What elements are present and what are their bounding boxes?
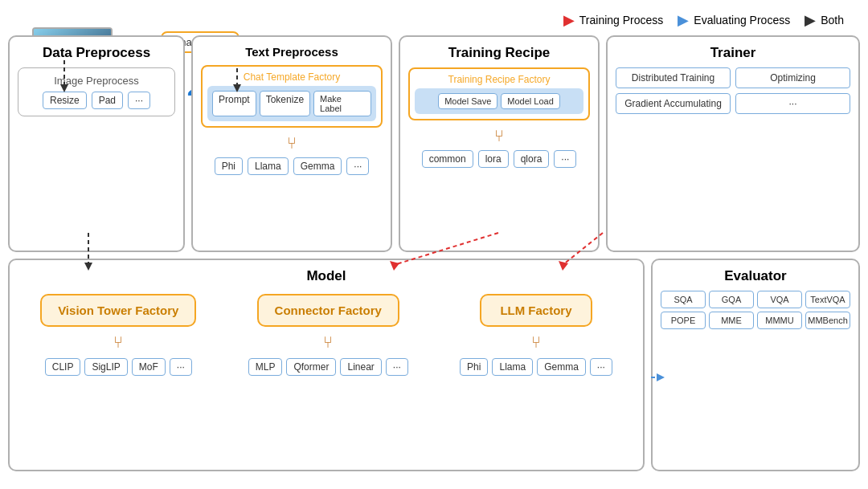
chip-more-recipe: ···	[554, 150, 576, 168]
data-preprocess-box: Data Preprocess Image Preprocess Resize …	[8, 35, 185, 252]
trainer-cell-2: Gradient Accumulating	[616, 93, 731, 114]
chip-more-connector: ···	[386, 358, 408, 376]
eval-chip-textvqa: TextVQA	[805, 291, 850, 308]
training-recipe-box: Training Recipe Training Recipe Factory …	[399, 35, 600, 252]
both-arrow-icon: ▶	[805, 11, 816, 29]
tree-icon-connector: ⑂	[323, 333, 333, 352]
chat-template-inner: Prompt Tokenize Make Label	[207, 86, 376, 121]
chip-mof: MoF	[132, 358, 166, 376]
training-recipe-factory-title: Training Recipe Factory	[415, 74, 583, 85]
eval-chip-sqa: SQA	[661, 291, 706, 308]
text-preprocess-title: Text Preprocess	[201, 45, 383, 59]
legend-evaluating: ▶ Evaluating Process	[678, 11, 790, 29]
model-section-box: Model Vision Tower Factory ⑂ CLIP SigLIP…	[8, 259, 645, 471]
tree-icon-llm: ⑂	[531, 333, 541, 352]
eval-chip-gqa: GQA	[709, 291, 754, 308]
eval-chip-mmbench: MMBench	[805, 312, 850, 329]
legend-training: ▶ Training Process	[563, 11, 664, 29]
evaluator-title: Evaluator	[661, 268, 850, 284]
chip-phi: Phi	[215, 157, 243, 175]
evaluating-arrow-icon: ▶	[678, 11, 689, 29]
connector-factory: Connector Factory	[257, 294, 399, 327]
chip-qformer: Qformer	[286, 358, 336, 376]
chip-mlp: MLP	[248, 358, 283, 376]
bottom-row: Model Vision Tower Factory ⑂ CLIP SigLIP…	[8, 259, 860, 471]
chip-llama-llm: Llama	[492, 358, 533, 376]
chip-clip: CLIP	[45, 358, 81, 376]
chip-more-text: ···	[346, 157, 369, 175]
tree-icon-vision: ⑂	[113, 333, 123, 352]
both-label: Both	[821, 14, 844, 26]
eval-chip-mmmu: MMMU	[757, 312, 802, 329]
chip-model-save: Model Save	[438, 93, 497, 109]
eval-grid-row1: SQA GQA VQA TextVQA	[661, 291, 850, 308]
chip-prompt: Prompt	[212, 91, 256, 116]
llm-factory: LLM Factory	[480, 294, 592, 327]
model-inner: Vision Tower Factory ⑂ CLIP SigLIP MoF ·…	[18, 291, 635, 462]
training-recipe-inner: Model Save Model Load	[415, 88, 583, 114]
legend: ▶ Training Process ▶ Evaluating Process …	[8, 8, 860, 29]
connector-group: Connector Factory ⑂ MLP Qformer Linear ·…	[248, 294, 408, 376]
llm-group: LLM Factory ⑂ Phi Llama Gemma ···	[460, 294, 612, 376]
chip-pad: Pad	[92, 92, 123, 109]
chip-tokenize: Tokenize	[260, 91, 310, 116]
image-preprocess-chips: Resize Pad ···	[25, 92, 168, 109]
trainer-box: Trainer Distributed Training Optimizing …	[606, 35, 860, 252]
legend-both: ▶ Both	[805, 11, 844, 29]
trainer-grid: Distributed Training Optimizing Gradient…	[616, 67, 850, 114]
eval-chip-pope: POPE	[661, 312, 706, 329]
eval-chip-mme: MME	[709, 312, 754, 329]
trainer-cell-1: Optimizing	[735, 67, 850, 88]
chip-gemma: Gemma	[293, 157, 342, 175]
llm-sub-chips: Phi Llama Gemma ···	[460, 358, 612, 376]
chip-common: common	[422, 150, 473, 168]
eval-chip-vqa: VQA	[757, 291, 802, 308]
chip-resize: Resize	[43, 92, 87, 109]
chat-template-factory-title: Chat Template Factory	[207, 71, 376, 83]
training-recipe-factory-box: Training Recipe Factory Model Save Model…	[408, 67, 590, 120]
chip-qlora: qlora	[514, 150, 550, 168]
chip-llama: Llama	[248, 157, 289, 175]
vision-tower-group: Vision Tower Factory ⑂ CLIP SigLIP MoF ·…	[40, 294, 196, 376]
eval-grid-row2: POPE MME MMMU MMBench	[661, 312, 850, 329]
tree-icon-recipe: ⑂	[408, 127, 590, 145]
chip-siglip: SigLIP	[84, 358, 127, 376]
chip-lora: lora	[478, 150, 509, 168]
trainer-cell-0: Distributed Training	[616, 67, 731, 88]
trainer-title: Trainer	[616, 45, 850, 61]
right-top-area: Training Recipe Training Recipe Factory …	[399, 35, 860, 252]
connector-sub-chips: MLP Qformer Linear ···	[248, 358, 408, 376]
data-preprocess-title: Data Preprocess	[18, 45, 175, 61]
recipe-sub-chips: common lora qlora ···	[408, 150, 590, 168]
chat-template-factory-box: Chat Template Factory Prompt Tokenize Ma…	[201, 65, 383, 128]
chip-make-label: Make Label	[313, 91, 371, 116]
chip-phi-llm: Phi	[460, 358, 488, 376]
chip-more-llm: ···	[590, 358, 612, 376]
vision-tower-factory: Vision Tower Factory	[40, 294, 196, 327]
chip-more-vision: ···	[170, 358, 192, 376]
text-sub-chips: Phi Llama Gemma ···	[201, 157, 383, 175]
vision-sub-chips: CLIP SigLIP MoF ···	[45, 358, 192, 376]
image-preprocess-box: Image Preprocess Resize Pad ···	[18, 67, 175, 116]
image-preprocess-label: Image Preprocess	[25, 75, 168, 87]
chip-more: ···	[128, 92, 150, 109]
main-container: ▶ Training Process ▶ Evaluating Process …	[0, 0, 868, 489]
trainer-cell-3: ···	[735, 93, 850, 114]
top-row: 🎿 What is this? 👤 Data Preprocess Image …	[8, 35, 860, 252]
training-arrow-icon: ▶	[563, 11, 575, 29]
chip-gemma-llm: Gemma	[537, 358, 586, 376]
evaluating-label: Evaluating Process	[694, 14, 790, 26]
tree-icon-text: ⑂	[201, 134, 383, 153]
chip-linear: Linear	[340, 358, 381, 376]
training-recipe-title: Training Recipe	[408, 45, 590, 61]
evaluator-box: Evaluator SQA GQA VQA TextVQA POPE MME M…	[651, 259, 860, 471]
training-label: Training Process	[579, 14, 664, 26]
text-preprocess-box: Text Preprocess Chat Template Factory Pr…	[191, 35, 392, 252]
model-title: Model	[18, 268, 635, 284]
chip-model-load: Model Load	[501, 93, 560, 109]
